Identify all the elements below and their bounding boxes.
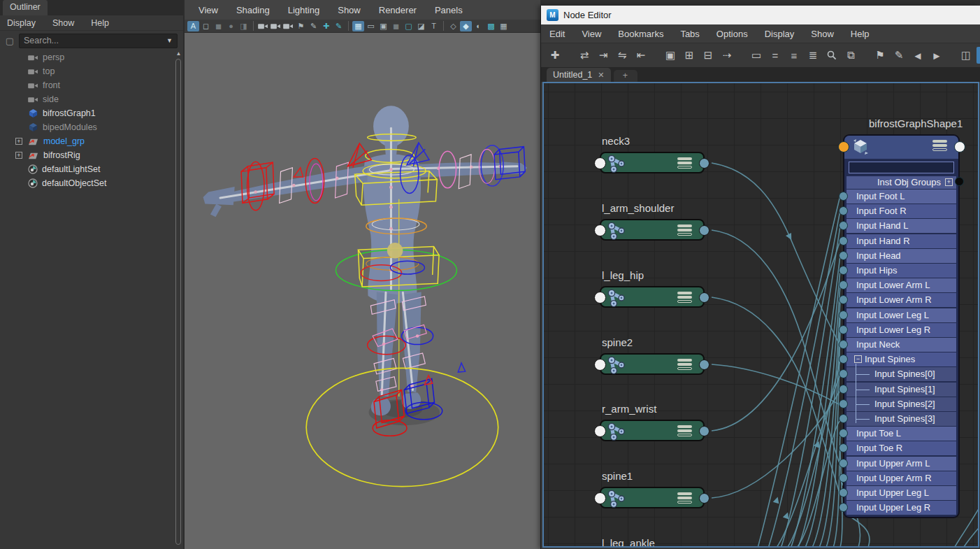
output-connections-icon[interactable]: ⇤ — [633, 47, 649, 64]
node-editor-menu-show[interactable]: Show — [811, 29, 834, 39]
input-row-input-foot-r[interactable]: Input Foot R — [846, 204, 956, 218]
collapse-minus-icon[interactable]: − — [854, 355, 862, 363]
port-input-spines-1[interactable] — [839, 385, 848, 394]
node-spine1[interactable] — [600, 487, 705, 508]
tab-untitled-1[interactable]: Untitled_1 ✕ — [547, 68, 611, 82]
port-input-head[interactable] — [839, 251, 848, 260]
outliner-item-top[interactable]: top — [0, 64, 175, 78]
select-camera-icon[interactable] — [257, 21, 269, 31]
display-all-attributes-icon[interactable]: ≣ — [805, 47, 821, 64]
edit-bookmark-icon[interactable]: ✎ — [891, 47, 907, 64]
viewport-menu-view[interactable]: View — [199, 5, 218, 15]
output-port[interactable] — [699, 426, 709, 436]
new-tab-button[interactable]: + — [614, 70, 637, 82]
outliner-scrollbar[interactable]: ▲ — [175, 50, 182, 548]
output-port[interactable] — [699, 359, 709, 370]
input-row-input-toe-r[interactable]: Input Toe R — [846, 441, 956, 455]
port-input-spines-3[interactable] — [839, 414, 848, 423]
node-editor-menu-help[interactable]: Help — [851, 29, 870, 39]
display-no-attributes-icon[interactable]: ▭ — [748, 47, 765, 64]
input-connections-icon[interactable]: ⇥ — [595, 47, 612, 64]
outliner-item-defaultObjectSet[interactable]: defaultObjectSet — [0, 176, 175, 190]
input-port[interactable] — [594, 425, 606, 437]
expand-plus-icon[interactable]: + — [945, 178, 953, 186]
node-menu-icon[interactable] — [677, 359, 692, 370]
node-neck3[interactable] — [600, 152, 705, 173]
node-editor-menu-options[interactable]: Options — [716, 29, 748, 39]
lock-camera-icon[interactable] — [270, 21, 282, 31]
search-dropdown-icon[interactable]: ▼ — [166, 37, 173, 44]
output-port[interactable] — [699, 225, 709, 236]
port-input-lower-leg-r[interactable] — [839, 325, 848, 334]
port-input-spines-2[interactable] — [839, 399, 848, 408]
node-l_leg_hip[interactable] — [600, 286, 705, 308]
viewport-menu-renderer[interactable]: Renderer — [379, 5, 417, 15]
safe-title-icon[interactable]: T — [428, 21, 440, 31]
input-row-input-upper-leg-r[interactable]: Input Upper Leg R — [846, 501, 956, 515]
input-output-connections-icon[interactable]: ⇋ — [614, 47, 630, 64]
input-port[interactable] — [594, 359, 606, 371]
pencil-icon[interactable]: ✎ — [333, 21, 345, 31]
node-editor-menu-view[interactable]: View — [582, 29, 601, 39]
film-gate-icon[interactable]: ▭ — [365, 21, 377, 31]
node-menu-icon[interactable] — [677, 292, 692, 303]
resolution-gate-icon[interactable]: ▣ — [377, 21, 389, 31]
view-transform-a-icon[interactable]: A — [187, 21, 199, 31]
node-editor-titlebar[interactable]: M Node Editor — [541, 6, 980, 24]
outliner-item-side[interactable]: side — [0, 92, 175, 106]
outliner-item-model_grp[interactable]: +model_grp — [0, 134, 175, 148]
create-bookmark-icon[interactable]: ⚑ — [872, 47, 888, 64]
filter-icon[interactable]: ▢ — [4, 35, 15, 46]
port-input-upper-arm-r[interactable] — [839, 473, 848, 483]
viewport-menu-shading[interactable]: Shading — [236, 5, 270, 15]
textured-cube-icon[interactable]: ▩ — [485, 21, 497, 31]
outliner-item-front[interactable]: front — [0, 78, 175, 92]
port-inst-obj-groups[interactable] — [955, 177, 964, 186]
port-input-hips[interactable] — [839, 266, 848, 275]
display-connected-attributes-icon[interactable]: ≡ — [786, 47, 802, 64]
port-input-hand-r[interactable] — [839, 236, 848, 245]
expand-icon[interactable]: + — [15, 138, 22, 145]
outliner-item-defaultLightSet[interactable]: defaultLightSet — [0, 162, 175, 176]
add-selected-to-graph-icon[interactable]: ⊞ — [681, 47, 698, 64]
sync-selection-icon[interactable]: ⇄ — [576, 47, 593, 64]
shaded-sphere-icon[interactable]: ◐ — [473, 21, 484, 31]
input-row-input-hips[interactable]: Input Hips — [846, 264, 956, 278]
outliner-item-bifrostRig[interactable]: +bifrostRig — [0, 148, 175, 162]
lattice-icon[interactable]: ▦ — [498, 21, 510, 31]
node-editor-menu-tabs[interactable]: Tabs — [680, 29, 699, 39]
viewport-menu-show[interactable]: Show — [338, 5, 361, 15]
outliner-item-persp[interactable]: persp — [0, 50, 175, 64]
field-chart-icon[interactable]: ▢ — [403, 21, 415, 31]
viewport-menu-lighting[interactable]: Lighting — [288, 5, 320, 15]
port-white-out[interactable] — [954, 141, 965, 152]
display-simple-attributes-icon[interactable]: = — [767, 47, 784, 64]
scroll-up-icon[interactable]: ▲ — [175, 50, 182, 57]
input-port[interactable] — [594, 292, 606, 304]
remove-selected-from-graph-icon[interactable]: ⊟ — [700, 47, 716, 64]
outliner-tab[interactable]: Outliner — [3, 0, 48, 15]
frame-selected-icon[interactable]: ◻ — [200, 21, 212, 31]
frame-all-icon[interactable]: ◼ — [212, 21, 224, 31]
layout-graph-icon[interactable]: ▣ — [662, 47, 679, 64]
wireframe-cube-icon[interactable]: ◇ — [447, 21, 459, 31]
isolate-select-icon[interactable]: ● — [225, 21, 237, 31]
snap-icon[interactable]: ✚ — [320, 21, 332, 31]
output-port[interactable] — [699, 292, 709, 303]
connect-on-drop-icon[interactable]: ⇢ — [719, 47, 735, 64]
next-bookmark-icon[interactable]: ► — [928, 47, 945, 64]
input-port[interactable] — [594, 224, 606, 236]
port-orange-in[interactable] — [838, 141, 849, 152]
input-row-input-spines[interactable]: Input Spines− — [846, 352, 956, 366]
node-r_arm_wrist[interactable] — [600, 420, 705, 441]
port-input-neck[interactable] — [839, 340, 848, 349]
grid-icon[interactable]: ▦ — [352, 21, 364, 31]
search-icon[interactable] — [823, 47, 840, 64]
port-input-upper-arm-l[interactable] — [839, 459, 848, 468]
node-editor-menu-display[interactable]: Display — [765, 29, 795, 39]
node-menu-icon[interactable] — [677, 224, 692, 236]
input-row-input-toe-l[interactable]: Input Toe L — [846, 427, 956, 441]
close-tab-icon[interactable]: ✕ — [598, 71, 604, 80]
create-node-icon[interactable]: ✚ — [547, 47, 563, 64]
input-port[interactable] — [594, 492, 606, 504]
